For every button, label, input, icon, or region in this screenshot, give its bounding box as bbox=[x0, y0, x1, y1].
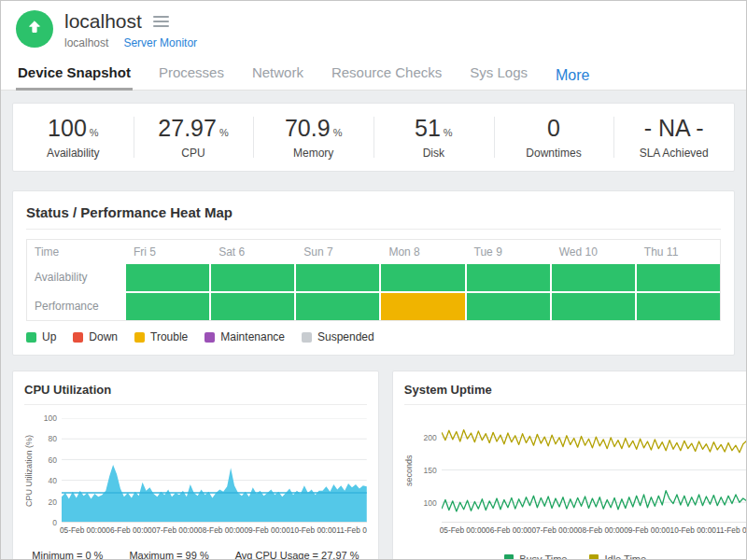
series-legend-idle-time: Idle Time bbox=[589, 553, 646, 560]
series-swatch bbox=[589, 554, 599, 560]
x-tick-label: 11-Feb 0 bbox=[336, 525, 367, 535]
x-tick-label: 09-Feb 00:00 bbox=[244, 525, 289, 535]
cpu-utilization-card: CPU Utilization CPU Utilization (%) 1008… bbox=[12, 371, 379, 560]
stat-unit: % bbox=[219, 127, 229, 138]
tab-resource-checks[interactable]: Resource Checks bbox=[330, 61, 444, 90]
heatmap-cell-up[interactable] bbox=[637, 264, 720, 291]
y-tick-label: 40 bbox=[49, 476, 57, 485]
uptime-chart-plot bbox=[442, 418, 747, 523]
heatmap-legend: UpDownTroubleMaintenanceSuspended bbox=[26, 330, 721, 343]
uptime-y-ticks: 200150100 bbox=[416, 418, 442, 523]
stat-memory: 70.9%Memory bbox=[253, 111, 374, 163]
stat-value: 51% bbox=[374, 115, 494, 142]
legend-down: Down bbox=[73, 330, 118, 343]
heatmap-cell-up[interactable] bbox=[211, 264, 294, 291]
heatmap-col-header: Time bbox=[27, 240, 124, 264]
x-tick-label: 10-Feb 00:00 bbox=[290, 525, 336, 535]
stat-label: Memory bbox=[253, 147, 374, 160]
stat-unit: % bbox=[333, 127, 343, 138]
x-tick-label: 08-Feb 00:00 bbox=[578, 525, 624, 535]
y-tick-label: 60 bbox=[49, 455, 57, 465]
cpu-y-axis-label: CPU Utilization (%) bbox=[24, 418, 36, 523]
menu-icon[interactable] bbox=[151, 14, 171, 29]
cpu-min-stat: Minimum = 0 % bbox=[32, 550, 103, 560]
cpu-chart-plot bbox=[62, 418, 367, 523]
heatmap-cell-up[interactable] bbox=[467, 264, 550, 291]
x-tick-label: 06-Feb 00:00 bbox=[106, 525, 151, 535]
series-legend-label: Busy Time bbox=[519, 553, 567, 560]
stat-cpu: 27.97%CPU bbox=[134, 111, 254, 163]
uptime-chart-title: System Uptime bbox=[404, 381, 747, 405]
tab-processes[interactable]: Processes bbox=[157, 61, 226, 90]
y-tick-label: 100 bbox=[44, 413, 57, 423]
x-tick-label: 09-Feb 00:00 bbox=[624, 525, 669, 535]
series-legend-busy-time: Busy Time bbox=[504, 553, 567, 560]
heatmap-cell-up[interactable] bbox=[552, 264, 635, 291]
series-legend-label: Idle Time bbox=[604, 553, 646, 560]
stat-sla-achieved: - NA -SLA Achieved bbox=[613, 111, 734, 163]
device-up-icon bbox=[25, 18, 44, 40]
stat-downtimes: 0Downtimes bbox=[494, 111, 614, 163]
cpu-chart-title: CPU Utilization bbox=[24, 381, 367, 405]
heatmap-col-header: Wed 10 bbox=[552, 240, 635, 264]
heatmap-header-row: TimeFri 5Sat 6Sun 7Mon 8Tue 9Wed 10Thu 1… bbox=[27, 240, 720, 264]
heatmap-row-label: Availability bbox=[27, 264, 124, 291]
heatmap-cell-up[interactable] bbox=[296, 264, 379, 291]
heatmap-cell-trouble[interactable] bbox=[381, 293, 464, 320]
stat-value: 27.97% bbox=[134, 115, 254, 142]
tab-bar: Device SnapshotProcessesNetworkResource … bbox=[1, 49, 746, 91]
heatmap-col-header: Thu 11 bbox=[637, 240, 720, 264]
stat-label: SLA Achieved bbox=[613, 147, 734, 160]
x-tick-label: 06-Feb 00:00 bbox=[486, 525, 531, 535]
stat-number: - NA - bbox=[644, 115, 704, 141]
heatmap-cell-up[interactable] bbox=[381, 264, 464, 291]
system-uptime-card: System Uptime seconds 200150100 05-Feb 0… bbox=[392, 371, 747, 560]
stat-label: CPU bbox=[134, 147, 254, 160]
stat-value: - NA - bbox=[613, 115, 734, 142]
legend-maintenance-swatch bbox=[204, 332, 215, 343]
y-tick-label: 100 bbox=[424, 498, 437, 508]
cpu-max-stat: Maximum = 99 % bbox=[129, 550, 208, 560]
stat-unit: % bbox=[444, 127, 453, 138]
heatmap-card: Status / Performance Heat Map TimeFri 5S… bbox=[12, 190, 735, 356]
heatmap-row-availability: Availability bbox=[27, 264, 720, 291]
stat-value: 100% bbox=[13, 115, 134, 142]
x-tick-label: 05-Feb 00:00 bbox=[440, 525, 486, 535]
tab-more[interactable]: More bbox=[554, 63, 591, 91]
legend-label: Suspended bbox=[317, 330, 374, 343]
cpu-x-ticks: 05-Feb 00:0006-Feb 00:0007-Feb 00:0008-F… bbox=[60, 525, 367, 535]
legend-down-swatch bbox=[73, 332, 83, 343]
tab-device-snapshot[interactable]: Device Snapshot bbox=[16, 61, 133, 91]
uptime-legend: Busy TimeIdle Time bbox=[404, 553, 747, 560]
series-swatch bbox=[504, 554, 514, 560]
heatmap-cell-up[interactable] bbox=[637, 293, 720, 320]
stat-availability: 100%Availability bbox=[13, 111, 134, 163]
y-tick-label: 20 bbox=[49, 497, 57, 507]
legend-up-swatch bbox=[26, 332, 36, 343]
breadcrumb-monitor-type-link[interactable]: Server Monitor bbox=[123, 36, 197, 49]
tab-network[interactable]: Network bbox=[250, 61, 305, 90]
legend-maintenance: Maintenance bbox=[204, 330, 285, 343]
x-tick-label: 11-Feb 0 bbox=[716, 525, 747, 535]
heatmap-cell-up[interactable] bbox=[126, 293, 209, 320]
heatmap-cell-up[interactable] bbox=[296, 293, 379, 320]
y-tick-label: 150 bbox=[424, 466, 437, 475]
y-tick-label: 0 bbox=[52, 518, 57, 527]
heatmap-title: Status / Performance Heat Map bbox=[26, 201, 721, 230]
heatmap-col-header: Tue 9 bbox=[467, 240, 550, 264]
tab-sys-logs[interactable]: Sys Logs bbox=[468, 61, 529, 90]
x-tick-label: 10-Feb 00:00 bbox=[670, 525, 716, 535]
legend-suspended: Suspended bbox=[302, 330, 374, 343]
legend-suspended-swatch bbox=[302, 332, 312, 343]
charts-row: CPU Utilization CPU Utilization (%) 1008… bbox=[12, 371, 735, 560]
heatmap-cell-up[interactable] bbox=[552, 293, 635, 320]
heatmap-cell-up[interactable] bbox=[126, 264, 209, 291]
cpu-summary: Minimum = 0 % Maximum = 99 % Avg CPU Usa… bbox=[24, 550, 367, 560]
stat-label: Disk bbox=[374, 147, 494, 160]
heatmap-col-header: Mon 8 bbox=[381, 240, 464, 264]
heatmap-cell-up[interactable] bbox=[467, 293, 550, 320]
heatmap-cell-up[interactable] bbox=[211, 293, 294, 320]
app-window: localhost localhost Server Monitor Devic… bbox=[0, 0, 747, 560]
y-tick-label: 200 bbox=[424, 433, 437, 442]
legend-trouble: Trouble bbox=[134, 330, 188, 343]
